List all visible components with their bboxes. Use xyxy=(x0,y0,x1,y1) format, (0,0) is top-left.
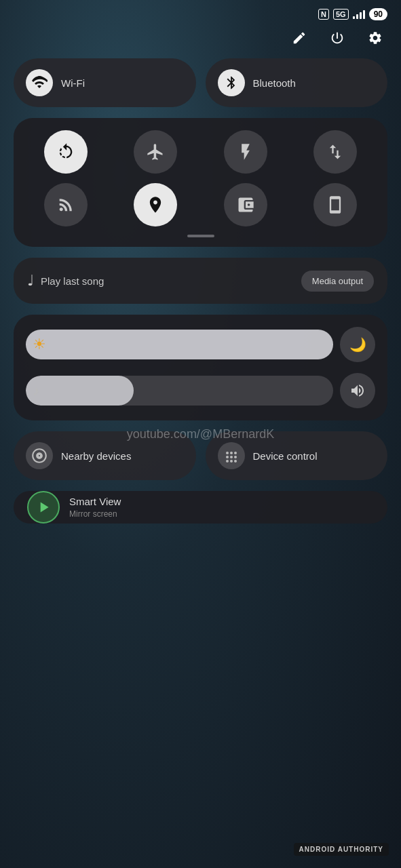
settings-button[interactable] xyxy=(366,28,385,47)
flashlight-tile[interactable] xyxy=(224,130,267,174)
device-control-tile[interactable]: Device control xyxy=(206,431,388,480)
media-info: ♩ Play last song xyxy=(27,272,104,290)
svg-point-4 xyxy=(230,456,233,458)
svg-point-6 xyxy=(226,460,229,462)
svg-point-7 xyxy=(230,460,233,462)
wifi-label: Wi-Fi xyxy=(61,77,85,89)
brightness-track[interactable]: ☀ xyxy=(26,330,333,359)
smart-view-title: Smart View xyxy=(69,496,121,507)
signal-bars xyxy=(353,9,365,19)
signal-bar-1 xyxy=(353,16,355,19)
signal-bar-4 xyxy=(363,10,365,19)
5g-indicator: 5G xyxy=(333,9,349,20)
wifi-tile[interactable]: Wi-Fi xyxy=(14,58,196,107)
note-icon: ♪ xyxy=(33,383,39,399)
night-mode-button[interactable]: 🌙 xyxy=(340,327,375,362)
icon-grid xyxy=(26,130,375,226)
airplane-tile[interactable] xyxy=(134,130,177,174)
svg-point-8 xyxy=(234,460,237,462)
drag-handle xyxy=(26,235,375,237)
device-control-label: Device control xyxy=(253,450,318,462)
data-toggle-tile[interactable] xyxy=(313,130,357,174)
qs-toolbar xyxy=(0,26,401,58)
svg-point-0 xyxy=(226,452,229,454)
smart-view-text: Smart View Mirror screen xyxy=(69,496,121,519)
volume-row: ♪ xyxy=(26,373,375,408)
smart-view-tile[interactable]: Smart View Mirror screen xyxy=(14,491,387,524)
power-button[interactable] xyxy=(328,28,347,47)
bluetooth-label: Bluetooth xyxy=(253,77,296,89)
tiles-container: Wi-Fi Bluetooth xyxy=(0,58,401,524)
signal-bar-3 xyxy=(360,12,362,19)
speaker-button[interactable] xyxy=(340,373,375,408)
nfc-indicator: N xyxy=(318,9,329,20)
volume-fill xyxy=(26,376,134,406)
nearby-devices-icon xyxy=(26,442,53,469)
edit-button[interactable] xyxy=(290,28,309,47)
moon-icon: 🌙 xyxy=(349,336,366,353)
sun-icon: ☀ xyxy=(33,336,46,353)
device-control-icon xyxy=(218,442,245,469)
signal-bar-2 xyxy=(356,14,358,19)
status-bar: N 5G 90 xyxy=(0,0,401,26)
wallet-tile[interactable] xyxy=(224,183,267,226)
smart-view-subtitle: Mirror screen xyxy=(69,509,121,519)
bluetooth-tile[interactable]: Bluetooth xyxy=(206,58,388,107)
hotspot-tile[interactable] xyxy=(44,183,88,226)
connectivity-row: Wi-Fi Bluetooth xyxy=(14,58,387,107)
svg-point-5 xyxy=(234,456,237,458)
brightness-row: ☀ 🌙 xyxy=(26,327,375,362)
media-player[interactable]: ♩ Play last song Media output xyxy=(14,258,387,304)
screenshot-tile[interactable] xyxy=(313,183,357,226)
music-note-icon: ♩ xyxy=(27,272,34,290)
battery-percent: 90 xyxy=(374,9,383,19)
battery-indicator: 90 xyxy=(369,8,387,20)
nearby-devices-label: Nearby devices xyxy=(61,450,131,462)
bluetooth-icon xyxy=(218,69,245,96)
icon-grid-container xyxy=(14,118,387,247)
location-tile[interactable] xyxy=(134,183,177,226)
wifi-icon xyxy=(26,69,53,96)
auto-rotate-tile[interactable] xyxy=(44,130,88,174)
bottom-tiles-row: Nearby devices Device control xyxy=(14,431,387,480)
volume-track[interactable]: ♪ xyxy=(26,376,333,406)
android-authority-badge: ANDROID AUTHORITY xyxy=(294,843,389,856)
media-output-button[interactable]: Media output xyxy=(301,271,374,292)
drag-bar xyxy=(187,235,214,237)
media-label: Play last song xyxy=(41,275,104,287)
sliders-panel: ☀ 🌙 ♪ xyxy=(14,315,387,420)
svg-point-1 xyxy=(230,452,233,454)
smart-view-icon xyxy=(27,491,60,524)
svg-point-3 xyxy=(226,456,229,458)
svg-point-2 xyxy=(234,452,237,454)
nearby-devices-tile[interactable]: Nearby devices xyxy=(14,431,196,480)
